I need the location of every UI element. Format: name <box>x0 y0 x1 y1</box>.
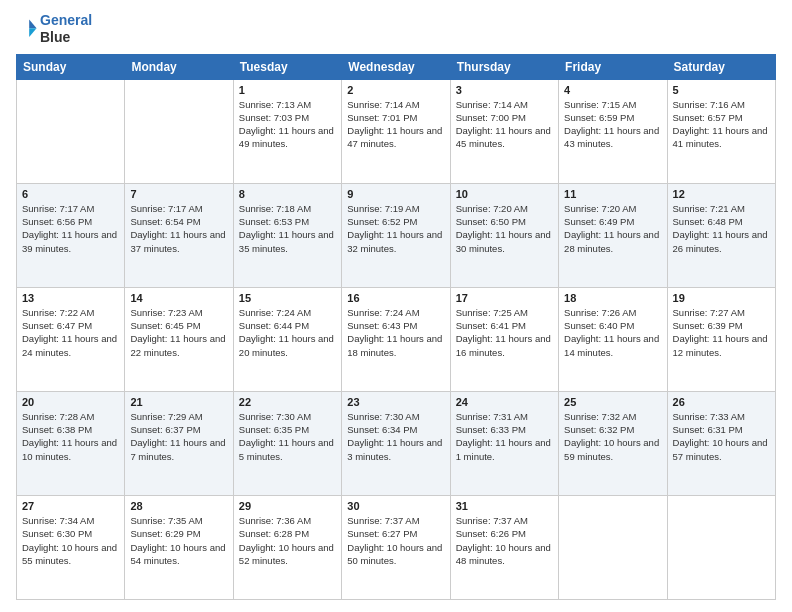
cell-sun-info: Sunrise: 7:34 AMSunset: 6:30 PMDaylight:… <box>22 514 119 567</box>
calendar-day-cell: 5Sunrise: 7:16 AMSunset: 6:57 PMDaylight… <box>667 79 775 183</box>
cell-sun-info: Sunrise: 7:15 AMSunset: 6:59 PMDaylight:… <box>564 98 661 151</box>
calendar-week-row: 13Sunrise: 7:22 AMSunset: 6:47 PMDayligh… <box>17 287 776 391</box>
day-number: 6 <box>22 188 119 200</box>
svg-marker-0 <box>29 19 36 28</box>
logo-text-top: General <box>40 12 92 29</box>
day-number: 16 <box>347 292 444 304</box>
calendar-day-cell: 15Sunrise: 7:24 AMSunset: 6:44 PMDayligh… <box>233 287 341 391</box>
cell-sun-info: Sunrise: 7:37 AMSunset: 6:27 PMDaylight:… <box>347 514 444 567</box>
calendar-day-cell: 18Sunrise: 7:26 AMSunset: 6:40 PMDayligh… <box>559 287 667 391</box>
logo: General Blue <box>16 12 92 46</box>
calendar-day-cell: 4Sunrise: 7:15 AMSunset: 6:59 PMDaylight… <box>559 79 667 183</box>
day-number: 10 <box>456 188 553 200</box>
day-number: 3 <box>456 84 553 96</box>
calendar-day-cell: 7Sunrise: 7:17 AMSunset: 6:54 PMDaylight… <box>125 183 233 287</box>
calendar-day-cell: 14Sunrise: 7:23 AMSunset: 6:45 PMDayligh… <box>125 287 233 391</box>
day-number: 22 <box>239 396 336 408</box>
day-number: 21 <box>130 396 227 408</box>
cell-sun-info: Sunrise: 7:19 AMSunset: 6:52 PMDaylight:… <box>347 202 444 255</box>
day-number: 20 <box>22 396 119 408</box>
cell-sun-info: Sunrise: 7:14 AMSunset: 7:01 PMDaylight:… <box>347 98 444 151</box>
day-number: 14 <box>130 292 227 304</box>
day-number: 8 <box>239 188 336 200</box>
calendar-day-cell: 8Sunrise: 7:18 AMSunset: 6:53 PMDaylight… <box>233 183 341 287</box>
calendar-day-cell: 27Sunrise: 7:34 AMSunset: 6:30 PMDayligh… <box>17 495 125 599</box>
day-number: 31 <box>456 500 553 512</box>
day-number: 29 <box>239 500 336 512</box>
cell-sun-info: Sunrise: 7:35 AMSunset: 6:29 PMDaylight:… <box>130 514 227 567</box>
cell-sun-info: Sunrise: 7:27 AMSunset: 6:39 PMDaylight:… <box>673 306 770 359</box>
header: General Blue <box>16 12 776 46</box>
day-number: 4 <box>564 84 661 96</box>
calendar-day-cell: 31Sunrise: 7:37 AMSunset: 6:26 PMDayligh… <box>450 495 558 599</box>
calendar-header-cell: Monday <box>125 54 233 79</box>
cell-sun-info: Sunrise: 7:22 AMSunset: 6:47 PMDaylight:… <box>22 306 119 359</box>
cell-sun-info: Sunrise: 7:26 AMSunset: 6:40 PMDaylight:… <box>564 306 661 359</box>
cell-sun-info: Sunrise: 7:33 AMSunset: 6:31 PMDaylight:… <box>673 410 770 463</box>
calendar-header-cell: Friday <box>559 54 667 79</box>
calendar-day-cell: 13Sunrise: 7:22 AMSunset: 6:47 PMDayligh… <box>17 287 125 391</box>
calendar-day-cell: 11Sunrise: 7:20 AMSunset: 6:49 PMDayligh… <box>559 183 667 287</box>
day-number: 28 <box>130 500 227 512</box>
calendar-header-cell: Saturday <box>667 54 775 79</box>
cell-sun-info: Sunrise: 7:20 AMSunset: 6:49 PMDaylight:… <box>564 202 661 255</box>
calendar-day-cell: 12Sunrise: 7:21 AMSunset: 6:48 PMDayligh… <box>667 183 775 287</box>
calendar-day-cell: 28Sunrise: 7:35 AMSunset: 6:29 PMDayligh… <box>125 495 233 599</box>
calendar-day-cell <box>559 495 667 599</box>
cell-sun-info: Sunrise: 7:29 AMSunset: 6:37 PMDaylight:… <box>130 410 227 463</box>
calendar-day-cell: 20Sunrise: 7:28 AMSunset: 6:38 PMDayligh… <box>17 391 125 495</box>
cell-sun-info: Sunrise: 7:30 AMSunset: 6:35 PMDaylight:… <box>239 410 336 463</box>
calendar-day-cell <box>667 495 775 599</box>
cell-sun-info: Sunrise: 7:18 AMSunset: 6:53 PMDaylight:… <box>239 202 336 255</box>
calendar-day-cell: 19Sunrise: 7:27 AMSunset: 6:39 PMDayligh… <box>667 287 775 391</box>
calendar-day-cell: 10Sunrise: 7:20 AMSunset: 6:50 PMDayligh… <box>450 183 558 287</box>
day-number: 27 <box>22 500 119 512</box>
calendar-day-cell: 16Sunrise: 7:24 AMSunset: 6:43 PMDayligh… <box>342 287 450 391</box>
day-number: 18 <box>564 292 661 304</box>
calendar-day-cell: 26Sunrise: 7:33 AMSunset: 6:31 PMDayligh… <box>667 391 775 495</box>
calendar-day-cell: 21Sunrise: 7:29 AMSunset: 6:37 PMDayligh… <box>125 391 233 495</box>
cell-sun-info: Sunrise: 7:28 AMSunset: 6:38 PMDaylight:… <box>22 410 119 463</box>
calendar-day-cell: 30Sunrise: 7:37 AMSunset: 6:27 PMDayligh… <box>342 495 450 599</box>
calendar-day-cell: 3Sunrise: 7:14 AMSunset: 7:00 PMDaylight… <box>450 79 558 183</box>
cell-sun-info: Sunrise: 7:25 AMSunset: 6:41 PMDaylight:… <box>456 306 553 359</box>
cell-sun-info: Sunrise: 7:30 AMSunset: 6:34 PMDaylight:… <box>347 410 444 463</box>
day-number: 11 <box>564 188 661 200</box>
day-number: 26 <box>673 396 770 408</box>
cell-sun-info: Sunrise: 7:20 AMSunset: 6:50 PMDaylight:… <box>456 202 553 255</box>
cell-sun-info: Sunrise: 7:31 AMSunset: 6:33 PMDaylight:… <box>456 410 553 463</box>
calendar-header-cell: Wednesday <box>342 54 450 79</box>
cell-sun-info: Sunrise: 7:17 AMSunset: 6:54 PMDaylight:… <box>130 202 227 255</box>
page: General Blue SundayMondayTuesdayWednesda… <box>0 0 792 612</box>
cell-sun-info: Sunrise: 7:17 AMSunset: 6:56 PMDaylight:… <box>22 202 119 255</box>
day-number: 17 <box>456 292 553 304</box>
cell-sun-info: Sunrise: 7:13 AMSunset: 7:03 PMDaylight:… <box>239 98 336 151</box>
day-number: 9 <box>347 188 444 200</box>
cell-sun-info: Sunrise: 7:32 AMSunset: 6:32 PMDaylight:… <box>564 410 661 463</box>
calendar-day-cell: 9Sunrise: 7:19 AMSunset: 6:52 PMDaylight… <box>342 183 450 287</box>
calendar-week-row: 6Sunrise: 7:17 AMSunset: 6:56 PMDaylight… <box>17 183 776 287</box>
day-number: 7 <box>130 188 227 200</box>
calendar-day-cell: 1Sunrise: 7:13 AMSunset: 7:03 PMDaylight… <box>233 79 341 183</box>
calendar-header-cell: Tuesday <box>233 54 341 79</box>
calendar-day-cell: 22Sunrise: 7:30 AMSunset: 6:35 PMDayligh… <box>233 391 341 495</box>
calendar-day-cell <box>17 79 125 183</box>
day-number: 5 <box>673 84 770 96</box>
calendar-day-cell: 29Sunrise: 7:36 AMSunset: 6:28 PMDayligh… <box>233 495 341 599</box>
calendar-day-cell: 25Sunrise: 7:32 AMSunset: 6:32 PMDayligh… <box>559 391 667 495</box>
day-number: 23 <box>347 396 444 408</box>
calendar-header-cell: Sunday <box>17 54 125 79</box>
calendar-day-cell: 2Sunrise: 7:14 AMSunset: 7:01 PMDaylight… <box>342 79 450 183</box>
calendar-header-cell: Thursday <box>450 54 558 79</box>
day-number: 30 <box>347 500 444 512</box>
day-number: 2 <box>347 84 444 96</box>
calendar-week-row: 20Sunrise: 7:28 AMSunset: 6:38 PMDayligh… <box>17 391 776 495</box>
day-number: 19 <box>673 292 770 304</box>
day-number: 13 <box>22 292 119 304</box>
logo-text-bottom: Blue <box>40 29 92 46</box>
calendar-day-cell: 23Sunrise: 7:30 AMSunset: 6:34 PMDayligh… <box>342 391 450 495</box>
cell-sun-info: Sunrise: 7:14 AMSunset: 7:00 PMDaylight:… <box>456 98 553 151</box>
cell-sun-info: Sunrise: 7:24 AMSunset: 6:44 PMDaylight:… <box>239 306 336 359</box>
day-number: 15 <box>239 292 336 304</box>
calendar-table: SundayMondayTuesdayWednesdayThursdayFrid… <box>16 54 776 600</box>
